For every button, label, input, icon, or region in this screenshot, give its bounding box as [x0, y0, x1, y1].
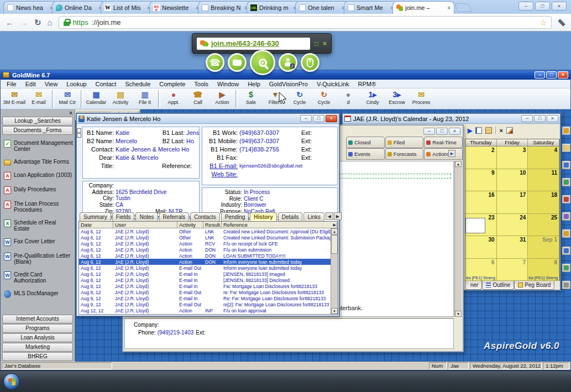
bookmark-star-icon[interactable]: ☆ [539, 18, 547, 27]
contact-titlebar[interactable]: Katie Jensen & Mercelo Ho – □ × [77, 114, 339, 124]
browser-tab[interactable]: Breaking N × [198, 1, 252, 14]
history-row[interactable]: Aug 6, 12 JAE (J.R. Lloyd) Action DON LO… [79, 253, 331, 259]
scrollbar-thumb[interactable] [331, 235, 338, 254]
activity-scrollbar[interactable]: ▲ ▼ [454, 161, 462, 317]
menu-item[interactable]: File [2, 81, 21, 87]
field-value[interactable]: kjensen026@sbcglobal.net [239, 163, 301, 169]
field-value[interactable]: In Process [244, 189, 270, 195]
calendar-close-button[interactable]: × [547, 115, 558, 122]
browser-tab[interactable]: join.me – × [392, 1, 454, 14]
joinme-chat-button[interactable] [228, 53, 247, 72]
contact-tab[interactable]: Notes [135, 212, 158, 221]
field-value[interactable]: Jensen [186, 129, 200, 136]
calendar-bottom-tab[interactable]: Peg Board [514, 281, 554, 290]
dock-button[interactable] [562, 127, 570, 135]
field-value[interactable]: Ho [186, 138, 194, 144]
toolbar-button[interactable]: ↻ Cycle [312, 90, 336, 105]
browser-close-button[interactable]: × [552, 2, 567, 11]
dock-button[interactable] [562, 247, 570, 255]
field-value[interactable]: 1625 Birchfield Drive [116, 189, 143, 195]
contact-tab[interactable]: Fields [112, 212, 135, 221]
history-row[interactable]: Aug 8, 12 JAE (J.R. Lloyd) E-mail In [JE… [79, 277, 331, 283]
joinme-participants-button[interactable]: 2 [279, 53, 297, 72]
activity-tab[interactable]: Actions [424, 148, 463, 160]
scroll-down-icon[interactable]: ▼ [331, 308, 338, 314]
field-value[interactable]: Mercelo [116, 138, 162, 144]
history-row[interactable]: Aug 6, 12 JAE (J.R. Lloyd) Other LNK Cre… [79, 228, 331, 234]
activity-maximize-button[interactable]: □ [436, 128, 448, 135]
history-row[interactable]: Aug 9, 12 JAE (J.R. Lloyd) E-mail In Re:… [79, 295, 331, 301]
sidebar-close-icon[interactable]: × [69, 110, 72, 116]
calendar-cell[interactable]: 25 [528, 214, 559, 237]
column-header[interactable]: Activity [177, 222, 203, 228]
activity-tab[interactable]: Real-Time [424, 137, 463, 148]
menu-item[interactable]: V-QuickLink [312, 81, 354, 87]
field-value[interactable]: (714)838-2755 [239, 146, 301, 153]
dock-button[interactable] [562, 229, 570, 238]
activity-tab[interactable]: Closed [346, 137, 385, 148]
joinme-close-icon[interactable]: × [323, 40, 327, 48]
sidebar-document[interactable]: ✓ Document Management Center [4, 140, 73, 152]
column-more-icon[interactable]: ▶ [332, 223, 337, 227]
activity-close-button[interactable]: × [449, 128, 460, 135]
tab-scroll-right-icon[interactable]: ▶ [334, 212, 342, 220]
toolbar-button[interactable]: ▶ Action [210, 90, 234, 105]
toolbar-button[interactable]: ✉ 3M E-mail [2, 90, 27, 105]
history-scrollbar[interactable]: ▲ ▼ [331, 228, 338, 314]
toolbar-button[interactable]: ▤ Activity [108, 90, 133, 105]
field-value[interactable]: Katie Jensen & Mercelo Ho [116, 146, 162, 153]
browser-maximize-button[interactable]: □ [535, 2, 550, 11]
address-bar[interactable]: https ://join.me ☆ [59, 16, 552, 29]
contact-tab[interactable]: Pending [221, 212, 249, 221]
goldmine-restore-button[interactable]: □ [546, 71, 557, 79]
activity-tab[interactable]: Events [346, 148, 385, 160]
history-row[interactable]: Aug 12, 12 JAE (J.R. Lloyd) Action INP F… [79, 307, 331, 313]
calendar-cell[interactable]: 2 [465, 147, 497, 169]
browser-tab[interactable]: BS IT Newslette × [149, 1, 203, 14]
tab-scroll-left-icon[interactable]: ◀ [326, 212, 333, 220]
field-value[interactable]: Borrower [244, 202, 266, 208]
joinme-session-field[interactable]: join.me/643-246-630 [197, 38, 310, 50]
browser-tab[interactable]: W List of Mis × [101, 1, 154, 14]
goldmine-minimize-button[interactable]: – [535, 71, 545, 79]
calendar-cell-entry[interactable]: 6a [PE1] Streng [528, 275, 559, 280]
sidebar-document[interactable]: A Loan Application (1003) [4, 172, 73, 180]
sidebar-section-button[interactable]: Documents _Forms [2, 126, 73, 135]
field-value[interactable]: (949)637-0307 [239, 129, 301, 136]
sidebar-document[interactable]: W Pre-Qualification Letter (Blank) [4, 253, 73, 265]
sidebar-group-button[interactable]: Loan Analysis [2, 333, 73, 342]
sidebar-document[interactable]: W Fax Cover Letter [4, 238, 73, 246]
menu-item[interactable]: Lookup [62, 81, 91, 87]
toolbar-button[interactable]: ↻ Cycle [287, 90, 312, 105]
field-value[interactable]: Tustin [116, 195, 143, 201]
calendar-edit-icon[interactable] [506, 127, 513, 134]
column-header[interactable]: Reference [222, 222, 338, 228]
menu-item[interactable]: Complete [155, 81, 190, 87]
joinme-restore-icon[interactable]: □ [315, 40, 318, 48]
toolbar-button[interactable]: 1▸ Cindy [360, 90, 385, 105]
browser-minimize-button[interactable]: – [518, 2, 533, 11]
joinme-mouse-share-button[interactable] [301, 53, 319, 72]
sidebar-group-button[interactable]: Internet Accounts [2, 315, 73, 323]
field-value[interactable]: CA [116, 202, 143, 208]
column-header[interactable]: User [113, 222, 177, 228]
calendar-cell[interactable]: 6 6a [PE1] Streng [465, 259, 497, 281]
toolbar-button[interactable] [235, 90, 238, 108]
toolbar-button[interactable] [158, 90, 160, 108]
activity-tab[interactable]: Filed [385, 137, 424, 148]
sidebar-document[interactable]: MLS DocManager [4, 290, 73, 298]
browser-tab[interactable]: LOL Drinking m × [247, 1, 300, 14]
toolbar-button[interactable]: ✉ Process [409, 90, 433, 105]
calendar-minimize-button[interactable]: – [521, 115, 533, 122]
menu-item[interactable]: Help [243, 81, 265, 87]
toolbar-button[interactable] [81, 90, 83, 108]
history-row[interactable]: Aug 8, 12 JAE (J.R. Lloyd) E-mail In Fw:… [79, 283, 331, 289]
menu-item[interactable]: Tools [190, 81, 213, 87]
goldmine-close-button[interactable]: × [558, 71, 568, 79]
sidebar-section-button[interactable]: Lookup _Searches [2, 117, 73, 126]
browser-tab[interactable]: One talen × [295, 1, 349, 14]
history-row[interactable]: Aug 6, 12 JAE (J.R. Lloyd) Action RCV F/… [79, 241, 331, 247]
field-value[interactable]: Client C [244, 196, 264, 202]
column-header[interactable]: Result [203, 222, 222, 228]
calendar-cell[interactable]: 17 [497, 191, 528, 214]
